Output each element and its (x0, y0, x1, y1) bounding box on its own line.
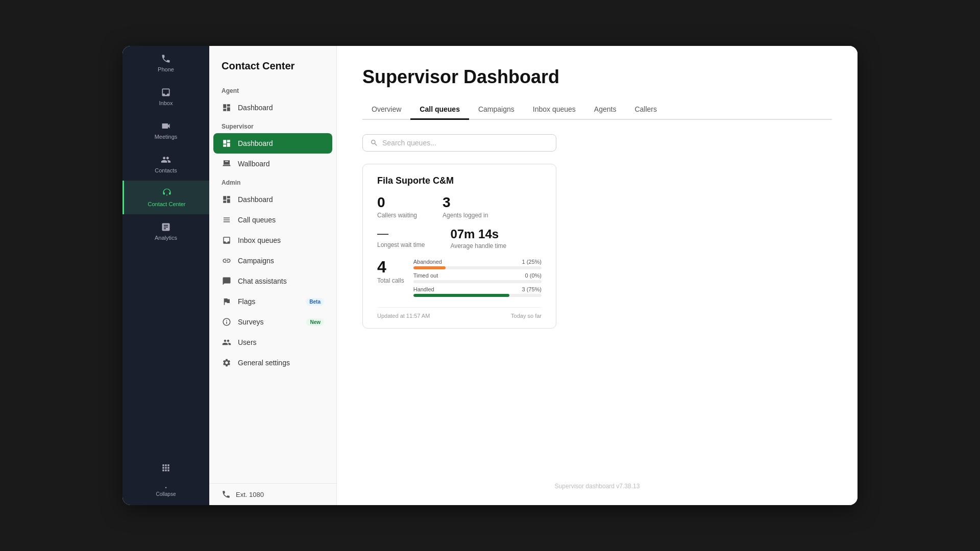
sidebar-item-supervisor-dashboard[interactable]: Dashboard (213, 133, 332, 154)
bars-list: Abandoned 1 (25%) Timed out 0 (0%) (413, 259, 542, 300)
nav-item-meetings[interactable]: Meetings (122, 113, 209, 147)
sidebar-item-users[interactable]: Users (209, 332, 336, 353)
avg-handle-label: Average handle time (450, 242, 506, 249)
search-bar[interactable] (362, 134, 556, 152)
grid-button[interactable] (122, 456, 209, 480)
bar-value-handled: 3 (75%) (522, 286, 542, 292)
nav-item-contact-center[interactable]: Contact Center (122, 181, 209, 214)
total-calls-value: 4 (377, 259, 404, 275)
dashboard-icon (222, 103, 232, 113)
nav-label-phone: Phone (158, 66, 174, 72)
stat-callers-waiting: 0 Callers waiting (377, 195, 417, 219)
nav-label-meetings: Meetings (155, 134, 178, 140)
surveys-badge: New (306, 318, 324, 326)
main-content: Supervisor Dashboard Overview Call queue… (337, 46, 857, 505)
sidebar-item-wallboard[interactable]: Wallboard (209, 154, 336, 174)
sidebar-label-supervisor-dashboard: Dashboard (238, 139, 273, 147)
nav-rail: Phone Inbox Meetings Contacts (122, 46, 209, 505)
sidebar-item-flags[interactable]: Flags Beta (209, 291, 336, 312)
sidebar-item-call-queues[interactable]: Call queues (209, 210, 336, 230)
chat-icon (222, 276, 232, 286)
search-icon (370, 139, 378, 147)
nav-item-contacts[interactable]: Contacts (122, 147, 209, 181)
tab-inbox-queues[interactable]: Inbox queues (524, 100, 585, 120)
sidebar-label-call-queues: Call queues (238, 216, 276, 224)
sidebar-item-campaigns[interactable]: Campaigns (209, 251, 336, 271)
agents-logged-value: 3 (443, 195, 488, 210)
nav-label-inbox: Inbox (159, 100, 173, 106)
settings-icon (222, 358, 232, 368)
sidebar-label-admin-dashboard: Dashboard (238, 195, 273, 204)
stat-agents-logged: 3 Agents logged in (443, 195, 488, 219)
inbox-queues-icon (222, 235, 232, 245)
nav-item-phone[interactable]: Phone (122, 46, 209, 80)
analytics-icon (160, 221, 172, 233)
sidebar-label-general-settings: General settings (238, 359, 290, 367)
longest-wait-value: — (377, 228, 425, 239)
tab-callers[interactable]: Callers (625, 100, 666, 120)
sidebar-label-agent-dashboard: Dashboard (238, 104, 273, 112)
stats-row-1: 0 Callers waiting 3 Agents logged in (377, 195, 542, 219)
stat-avg-handle: 07m 14s Average handle time (450, 228, 506, 249)
sidebar-item-surveys[interactable]: Surveys New (209, 312, 336, 332)
bar-value-abandoned: 1 (25%) (522, 259, 542, 265)
sidebar-label-users: Users (238, 338, 257, 346)
callers-waiting-label: Callers waiting (377, 212, 417, 219)
call-queues-icon (222, 215, 232, 225)
sidebar-title: Contact Center (209, 46, 336, 82)
period-label: Today so far (511, 313, 542, 319)
nav-label-contacts: Contacts (155, 167, 177, 173)
sidebar-label-chat-assistants: Chat assistants (238, 277, 287, 285)
wallboard-icon (222, 159, 232, 169)
bar-label-abandoned: Abandoned (413, 259, 442, 265)
avg-handle-value: 07m 14s (450, 228, 506, 240)
sidebar: Contact Center Agent Dashboard Superviso… (209, 46, 337, 505)
bar-value-timedout: 0 (0%) (525, 272, 542, 279)
nav-label-analytics: Analytics (155, 235, 177, 241)
tab-overview[interactable]: Overview (362, 100, 410, 120)
bar-track-abandoned (413, 266, 542, 269)
queue-card: Fila Suporte C&M 0 Callers waiting 3 Age… (362, 164, 556, 329)
collapse-button[interactable]: • Collapse (122, 480, 209, 505)
meetings-icon (160, 120, 172, 132)
sidebar-section-admin: Admin (209, 174, 336, 189)
search-input[interactable] (382, 139, 549, 147)
supervisor-dashboard-icon (222, 138, 232, 148)
version-text: Supervisor dashboard v7.38.13 (362, 467, 832, 490)
bar-track-timedout (413, 280, 542, 283)
users-icon (222, 337, 232, 347)
app-container: Phone Inbox Meetings Contacts (122, 46, 857, 505)
bar-fill-abandoned (413, 266, 446, 269)
inbox-icon (160, 87, 172, 98)
bar-row-handled: Handled 3 (75%) (413, 286, 542, 297)
sidebar-section-supervisor: Supervisor (209, 118, 336, 133)
extension-label: Ext. 1080 (236, 491, 264, 498)
bar-fill-handled (413, 294, 509, 297)
sidebar-item-inbox-queues[interactable]: Inbox queues (209, 230, 336, 251)
sidebar-label-surveys: Surveys (238, 318, 264, 326)
collapse-label: Collapse (156, 491, 176, 497)
sidebar-label-wallboard: Wallboard (238, 160, 270, 168)
nav-item-inbox[interactable]: Inbox (122, 80, 209, 113)
tab-call-queues[interactable]: Call queues (410, 100, 469, 120)
page-title: Supervisor Dashboard (362, 66, 832, 88)
surveys-icon (222, 317, 232, 327)
sidebar-item-agent-dashboard[interactable]: Dashboard (209, 97, 336, 118)
updated-at: Updated at 11:57 AM (377, 313, 430, 319)
queue-card-title: Fila Suporte C&M (377, 176, 542, 186)
tab-agents[interactable]: Agents (585, 100, 626, 120)
sidebar-item-general-settings[interactable]: General settings (209, 353, 336, 373)
sidebar-item-chat-assistants[interactable]: Chat assistants (209, 271, 336, 291)
card-footer: Updated at 11:57 AM Today so far (377, 307, 542, 319)
nav-item-analytics[interactable]: Analytics (122, 214, 209, 248)
agents-logged-label: Agents logged in (443, 212, 488, 219)
bars-section: 4 Total calls Abandoned 1 (25%) (377, 259, 542, 300)
flags-icon (222, 296, 232, 307)
stat-longest-wait: — Longest wait time (377, 228, 425, 249)
sidebar-label-campaigns: Campaigns (238, 257, 274, 265)
stats-row-2: — Longest wait time 07m 14s Average hand… (377, 228, 542, 249)
sidebar-item-admin-dashboard[interactable]: Dashboard (209, 189, 336, 210)
bar-track-handled (413, 294, 542, 297)
phone-icon (160, 53, 172, 64)
tab-campaigns[interactable]: Campaigns (469, 100, 524, 120)
